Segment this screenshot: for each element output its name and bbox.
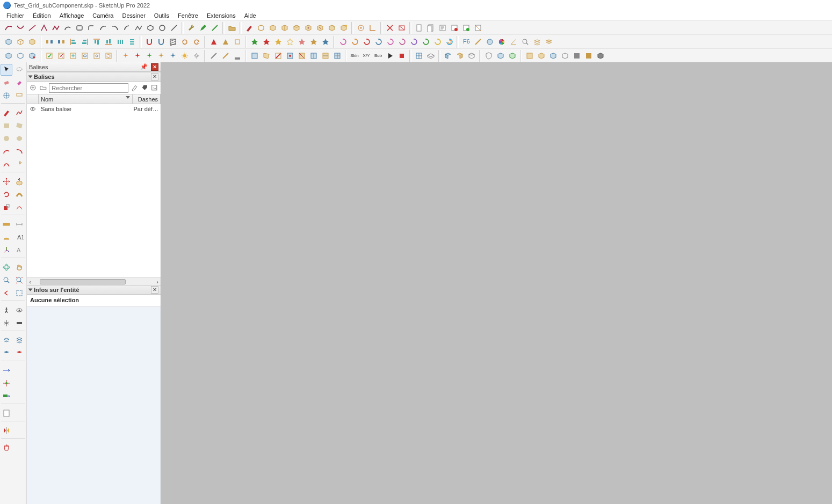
tool-spark-3-icon[interactable] [144,50,155,61]
tool-rect-icon[interactable] [1,120,12,132]
tool-iso-1-icon[interactable] [443,50,453,61]
tool-bub-label[interactable]: Bub [373,54,384,58]
scroll-right-icon[interactable]: › [154,279,161,285]
menu-window[interactable]: Fenêtre [173,11,202,20]
tool-crosshatch-icon[interactable] [168,36,178,47]
tool-star-7-icon[interactable] [320,36,331,47]
menu-draw[interactable]: Dessiner [118,11,149,20]
tool-iso-2-icon[interactable] [454,50,465,61]
tool-gear-icon[interactable] [191,50,202,61]
tool-t5-icon[interactable] [571,50,582,61]
tool-cube-sm-icon[interactable] [495,50,506,61]
tool-swap-1-icon[interactable] [44,36,55,47]
tags-col-visible[interactable] [27,94,39,104]
tool-section2-icon[interactable] [13,317,25,329]
tool-skin-label[interactable]: Skin [349,54,360,58]
tool-swirl-o-icon[interactable] [349,36,360,47]
tool-swirl-r-icon[interactable] [361,36,372,47]
tool-cube-wire-icon[interactable] [15,36,26,47]
tool-spark-2-icon[interactable] [132,50,143,61]
tool-swirl-p-icon[interactable] [385,36,395,47]
tool-polygon-icon[interactable] [13,133,25,144]
tool-box-3-icon[interactable] [279,23,290,33]
tool-doc-1-icon[interactable] [414,23,424,33]
tool-distribute-h-icon[interactable] [115,36,126,47]
tool-swirl-b-icon[interactable] [373,36,384,47]
tool-spark-1-icon[interactable] [120,50,131,61]
tool-stack2-icon[interactable] [544,36,554,47]
tool-stop-icon[interactable] [396,50,407,61]
viewport[interactable] [161,62,832,504]
tool-offset-icon[interactable] [13,201,25,213]
tool-trash-icon[interactable] [1,442,12,454]
tool-3dtext-icon[interactable]: A [13,244,25,256]
tool-line-icon[interactable] [169,23,179,33]
tool-star-6-icon[interactable] [308,36,319,47]
tool-hexagon-icon[interactable] [145,23,156,33]
tool-doc-3-icon[interactable] [437,23,448,33]
tool-arc6-icon[interactable] [1,158,12,170]
tool-t7-icon[interactable] [595,50,606,61]
tool-layer-1-icon[interactable] [1,334,12,346]
menu-extensions[interactable]: Extensions [202,11,240,20]
tool-solid-2-icon[interactable] [15,50,26,61]
tool-xy-label[interactable]: X/Y [361,54,372,58]
tool-pie-icon[interactable] [13,158,25,170]
tool-text-icon[interactable] [13,90,25,101]
tool-paint-icon[interactable] [13,77,25,89]
tool-star-3-icon[interactable] [273,36,284,47]
tags-col-dashes[interactable]: Dashes [133,94,161,104]
tool-rotate-icon[interactable] [179,36,190,47]
tool-arc3-icon[interactable] [110,23,120,33]
tool-protractor-icon[interactable] [1,231,12,243]
menu-tools[interactable]: Outils [150,11,173,20]
tool-distribute-v-icon[interactable] [127,36,138,47]
tool-play-icon[interactable] [385,50,395,61]
tool-swirl-m-icon[interactable] [337,36,348,47]
tool-section-icon[interactable] [1,317,12,329]
tool-face-2-icon[interactable] [261,50,272,61]
tool-box-small-icon[interactable] [232,36,243,47]
tool-bezier-arc-1-icon[interactable] [3,23,14,33]
tool-t6-icon[interactable] [583,50,594,61]
tool-lasso-icon[interactable] [13,64,25,76]
collapse-icon[interactable] [28,289,33,291]
menu-file[interactable]: Fichier [2,11,28,20]
tags-panel-close-icon[interactable]: ✕ [151,73,158,81]
tool-eye-box-icon[interactable] [79,50,90,61]
tool-line-green-icon[interactable] [209,23,220,33]
tool-roundcorner-icon[interactable] [86,23,97,33]
tool-folder-icon[interactable] [227,23,237,33]
dock-header[interactable]: Balises 📌 ✕ [27,62,161,72]
tool-fredo-icon[interactable]: F6 [461,36,472,47]
tool-refresh-box-icon[interactable] [103,50,114,61]
tool-solid-1-icon[interactable] [3,50,14,61]
tool-scale-icon[interactable] [1,201,12,213]
tool-axis-icon[interactable] [367,23,378,33]
tool-walk-icon[interactable] [1,304,12,316]
tool-stack-icon[interactable] [532,36,542,47]
tool-bezier-arc-2-icon[interactable] [15,23,26,33]
tool-star-4-icon[interactable] [285,36,295,47]
tool-label-icon[interactable] [1,390,12,402]
tool-arc-c-icon[interactable] [121,23,132,33]
tool-zoom-icon[interactable] [520,36,531,47]
tool-swirl-multi-icon[interactable] [444,36,454,47]
tool-edge-3-icon[interactable] [232,50,243,61]
tool-shield-icon[interactable] [483,50,494,61]
tool-face-6-icon[interactable] [308,50,319,61]
tool-box-5-icon[interactable] [303,23,314,33]
tool-followme-icon[interactable] [13,188,25,200]
tags-scrollbar[interactable]: ‹ › [27,277,161,285]
tag-row[interactable]: Sans balise Par déf… [27,104,161,114]
tool-wrench-icon[interactable] [186,23,197,33]
tool-style-icon[interactable] [1,90,12,101]
tool-zoom2-icon[interactable] [1,274,12,286]
tool-check-1-icon[interactable] [44,50,55,61]
tags-search[interactable] [49,83,128,93]
tag-apply-icon[interactable] [141,83,149,93]
tool-rotate-cc-icon[interactable] [191,36,202,47]
tool-align-r-icon[interactable] [79,36,90,47]
tool-swap-2-icon[interactable] [56,36,67,47]
tool-roundrect-icon[interactable] [74,23,85,33]
